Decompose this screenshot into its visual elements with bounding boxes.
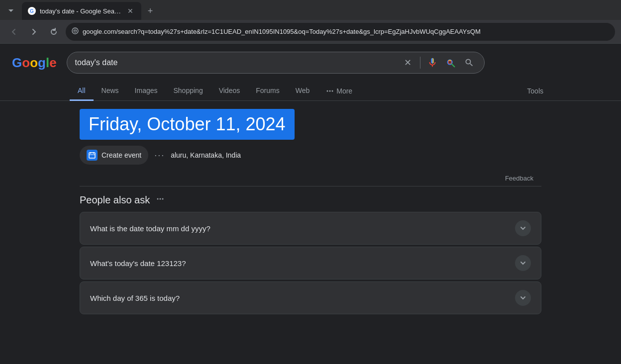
search-mic-btn[interactable] <box>426 57 438 69</box>
tab-bar: G today's date - Google Search ✕ + <box>0 0 621 20</box>
paa-header: People also ask <box>80 194 541 206</box>
address-input[interactable]: google.com/search?q=today%27s+date&rlz=1… <box>66 23 615 41</box>
svg-point-14 <box>157 198 159 200</box>
paa-question-1: What's today's date 123123? <box>90 259 186 268</box>
google-logo: G o o g l e <box>12 55 57 71</box>
back-button[interactable] <box>6 24 22 40</box>
tab-forums[interactable]: Forums <box>248 82 287 101</box>
tab-more-label: More <box>336 87 352 95</box>
search-query-text: today's date <box>75 58 396 67</box>
date-result-card: Friday, October 11, 2024 Create <box>80 109 541 167</box>
svg-point-16 <box>162 198 164 200</box>
results-area: Friday, October 11, 2024 Create <box>0 101 621 330</box>
tab-close-btn[interactable]: ✕ <box>125 6 135 16</box>
address-bar: google.com/search?q=today%27s+date&rlz=1… <box>0 20 621 44</box>
search-clear-btn[interactable]: ✕ <box>402 57 414 69</box>
svg-rect-10 <box>89 153 95 158</box>
active-tab[interactable]: G today's date - Google Search ✕ <box>22 2 141 20</box>
tab-shopping[interactable]: Shopping <box>166 82 211 101</box>
paa-chevron-1 <box>515 255 531 271</box>
tab-images[interactable]: Images <box>127 82 166 101</box>
svg-text:G: G <box>30 8 34 14</box>
svg-line-5 <box>451 64 454 67</box>
tab-web[interactable]: Web <box>288 82 318 101</box>
site-info-icon[interactable] <box>72 27 79 36</box>
tab-title-text: today's date - Google Search <box>40 7 121 15</box>
tab-all[interactable]: All <box>70 82 94 101</box>
tab-favicon: G <box>28 7 36 15</box>
location-text: aluru, Karnataka, India <box>171 151 241 159</box>
svg-point-7 <box>327 91 328 92</box>
svg-point-6 <box>448 61 451 64</box>
paa-title: People also ask <box>80 194 150 206</box>
new-tab-btn[interactable]: + <box>143 4 157 18</box>
tab-more-btn[interactable]: More <box>317 82 360 100</box>
create-event-label: Create event <box>102 151 141 159</box>
create-event-btn[interactable]: Create event <box>80 146 148 165</box>
tab-videos[interactable]: Videos <box>211 82 248 101</box>
svg-point-8 <box>329 91 331 92</box>
feedback-link[interactable]: Feedback <box>80 175 541 182</box>
search-divider <box>420 57 420 69</box>
google-header: G o o g l e today's date ✕ <box>0 44 621 82</box>
tab-tools-btn[interactable]: Tools <box>519 82 551 100</box>
tab-news[interactable]: News <box>94 82 127 101</box>
paa-more-icon[interactable] <box>156 194 165 206</box>
search-lens-btn[interactable] <box>444 57 456 69</box>
search-submit-btn[interactable] <box>462 56 476 70</box>
date-display: Friday, October 11, 2024 <box>80 109 295 140</box>
page-content: G o o g l e today's date ✕ <box>0 44 621 364</box>
paa-item-0[interactable]: What is the date today mm dd yyyy? <box>80 212 541 245</box>
people-also-ask-section: People also ask What is the date today m… <box>80 194 541 314</box>
result-divider <box>80 186 541 186</box>
search-bar[interactable]: today's date ✕ <box>67 52 485 74</box>
svg-point-15 <box>160 198 161 200</box>
browser-frame: G today's date - Google Search ✕ + <box>0 0 621 364</box>
calendar-icon <box>87 150 98 161</box>
more-options-btn[interactable]: ··· <box>154 150 165 161</box>
paa-chevron-2 <box>515 290 531 306</box>
refresh-button[interactable] <box>46 24 62 40</box>
paa-item-1[interactable]: What's today's date 123123? <box>80 247 541 279</box>
paa-chevron-0 <box>515 220 531 236</box>
paa-question-0: What is the date today mm dd yyyy? <box>90 224 210 233</box>
url-text: google.com/search?q=today%27s+date&rlz=1… <box>83 28 609 35</box>
paa-question-2: Which day of 365 is today? <box>90 294 180 302</box>
paa-item-2[interactable]: Which day of 365 is today? <box>80 281 541 314</box>
svg-point-9 <box>332 91 333 92</box>
search-tabs: All News Images Shopping Videos Forums W… <box>0 82 621 101</box>
forward-button[interactable] <box>26 24 42 40</box>
tab-dropdown-btn[interactable] <box>4 4 18 18</box>
date-sub-row: Create event ··· aluru, Karnataka, India <box>80 144 541 167</box>
